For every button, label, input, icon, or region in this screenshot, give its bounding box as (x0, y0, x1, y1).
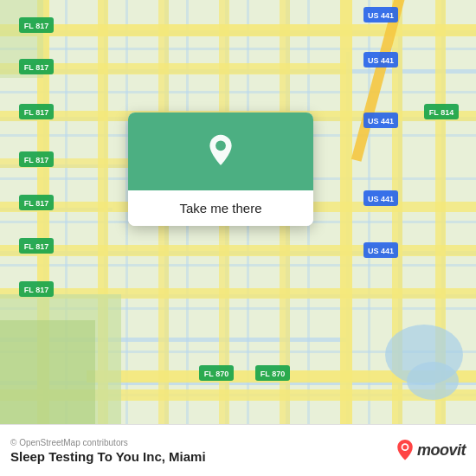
svg-point-86 (407, 362, 459, 400)
svg-text:FL 817: FL 817 (24, 22, 48, 30)
popup-map-area (128, 113, 313, 190)
svg-rect-30 (0, 264, 476, 267)
svg-text:US 441: US 441 (368, 195, 394, 203)
svg-text:FL 817: FL 817 (24, 63, 48, 72)
svg-rect-48 (340, 0, 352, 424)
svg-text:FL 817: FL 817 (24, 286, 48, 294)
svg-text:FL 870: FL 870 (261, 370, 285, 378)
svg-rect-25 (0, 48, 476, 50)
take-me-there-button[interactable]: Take me there (128, 190, 313, 226)
svg-point-87 (215, 140, 226, 151)
svg-text:FL 817: FL 817 (24, 108, 48, 117)
svg-text:US 441: US 441 (368, 56, 394, 65)
place-name: Sleep Testing To You Inc, Miami (10, 449, 393, 464)
popup-card: Take me there (128, 113, 313, 226)
map-container: US 441 US 441 US 441 US 441 US 441 FL 81… (0, 0, 476, 424)
svg-text:FL 870: FL 870 (204, 370, 228, 378)
svg-text:US 441: US 441 (368, 11, 394, 20)
moovit-wordmark: moovit (417, 441, 466, 460)
svg-rect-39 (0, 245, 476, 256)
svg-text:US 441: US 441 (368, 117, 394, 125)
copyright-text: © OpenStreetMap contributors (10, 438, 393, 447)
svg-rect-34 (0, 24, 476, 36)
svg-point-89 (402, 445, 407, 449)
svg-text:US 441: US 441 (368, 247, 394, 255)
location-pin-icon (203, 133, 239, 170)
moovit-logo: moovit (393, 439, 466, 463)
svg-text:FL 817: FL 817 (24, 156, 48, 164)
moovit-pin-icon (393, 439, 417, 463)
bottom-bar: © OpenStreetMap contributors Sleep Testi… (0, 424, 476, 476)
svg-rect-53 (0, 320, 95, 424)
svg-text:FL 817: FL 817 (24, 199, 48, 208)
svg-rect-26 (0, 91, 476, 93)
svg-text:FL 817: FL 817 (24, 242, 48, 251)
bottom-bar-text: © OpenStreetMap contributors Sleep Testi… (10, 438, 393, 464)
svg-text:FL 814: FL 814 (429, 108, 453, 117)
